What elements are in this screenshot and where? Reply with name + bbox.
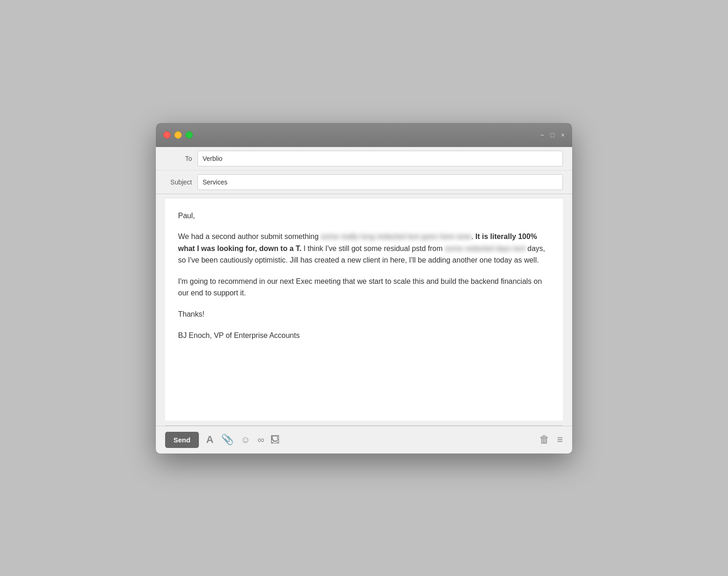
title-bar: − □ × [156,123,572,147]
maximize-icon[interactable]: □ [550,132,554,138]
to-input[interactable] [197,151,563,166]
subject-field-row: Subject [156,171,572,194]
signature: BJ Enoch, VP of Enterprise Accounts [178,330,550,342]
link-icon[interactable]: ∞ [258,435,263,445]
subject-input[interactable] [197,174,563,190]
email-compose-window: − □ × To Subject Paul, We had a second a… [156,123,572,453]
paragraph1-middle: I think I've still got some residual pst… [302,245,445,252]
redacted-text-1: some really long redacted text goes here… [321,231,471,243]
paragraph-1: We had a second author submit something … [178,231,550,266]
redacted-text-2: some redacted days text [445,243,525,255]
paragraph-2: I'm going to recommend in our next Exec … [178,276,550,299]
minimize-icon[interactable]: − [540,132,544,138]
toolbar-left: Send A 📎 ☺ ∞ ⛾ [165,432,280,448]
header-fields: To Subject [156,147,572,194]
toolbar-right: 🗑 ≡ [539,434,563,446]
paragraph1-before: We had a second author submit something [178,233,321,240]
attach-icon[interactable]: 📎 [221,434,234,446]
window-controls: − □ × [540,132,565,138]
to-label: To [165,155,197,162]
emoji-icon[interactable]: ☺ [241,435,250,445]
close-button[interactable] [163,131,171,139]
maximize-button[interactable] [185,131,193,139]
email-body-area[interactable]: Paul, We had a second author submit some… [165,199,563,421]
font-icon[interactable]: A [206,434,214,446]
delete-icon[interactable]: 🗑 [539,434,549,446]
send-button[interactable]: Send [165,432,199,448]
minimize-button[interactable] [174,131,182,139]
subject-label: Subject [165,178,197,186]
to-field-row: To [156,147,572,171]
email-body: Paul, We had a second author submit some… [178,210,550,342]
toolbar: Send A 📎 ☺ ∞ ⛾ 🗑 ≡ [156,426,572,453]
paragraph-3: Thanks! [178,308,550,320]
traffic-lights [163,131,193,139]
close-icon[interactable]: × [561,132,565,138]
greeting: Paul, [178,210,550,222]
paragraph1-after-blurred: . [471,233,475,240]
more-options-icon[interactable]: ≡ [557,434,563,446]
image-icon[interactable]: ⛾ [271,435,280,445]
